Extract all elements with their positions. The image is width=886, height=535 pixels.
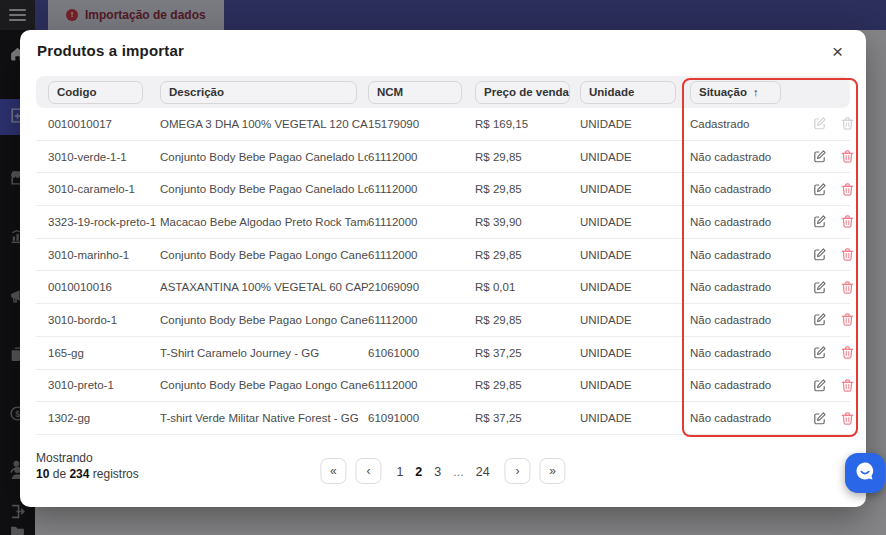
cell-descricao: T-Shirt Caramelo Journey - GG [160,347,368,359]
edit-icon[interactable] [812,247,827,262]
row-actions [812,214,861,229]
cell-situacao: Não cadastrado [690,379,812,391]
row-actions [812,182,861,197]
cell-ncm: 61112000 [368,314,475,326]
edit-icon[interactable] [812,116,827,131]
table-row: 0010010016 ASTAXANTINA 100% VEGETAL 60 C… [36,271,850,304]
table-row: 1302-gg T-shirt Verde Militar Native For… [36,402,850,435]
pagination-next-button[interactable]: › [505,458,531,484]
pagination-first-button[interactable]: « [320,458,346,484]
cell-descricao: Conjunto Body Bebe Pagao Longo Canelado … [160,249,368,261]
cell-ncm: 61061000 [368,347,475,359]
cell-unidade: UNIDADE [580,118,690,130]
column-header-ncm[interactable]: NCM [368,81,462,104]
cell-descricao: Macacao Bebe Algodao Preto Rock Tamanho: [160,216,368,228]
cell-descricao: Conjunto Body Bebe Pagao Longo Canelado … [160,379,368,391]
cell-descricao: Conjunto Body Bebe Pagao Canelado Longo … [160,183,368,195]
row-actions [812,378,861,393]
cell-situacao: Não cadastrado [690,216,812,228]
trash-icon[interactable] [840,149,855,164]
import-products-modal: Produtos a importar × Codigo Descrição N… [20,30,866,507]
edit-icon[interactable] [812,280,827,295]
cell-preco-venda: R$ 29,85 [475,249,580,261]
table-row: 3010-bordo-1 Conjunto Body Bebe Pagao Lo… [36,304,850,337]
column-header-unidade[interactable]: Unidade [580,81,676,104]
pagination: « ‹ 123...24 › » [320,458,565,484]
table-row: 165-gg T-Shirt Caramelo Journey - GG 610… [36,337,850,370]
edit-icon[interactable] [812,214,827,229]
row-actions [812,149,861,164]
column-header-situacao[interactable]: Situação↑ [690,81,781,104]
cell-situacao: Não cadastrado [690,281,812,293]
pagination-ellipsis: ... [447,465,469,479]
cell-codigo: 3010-preto-1 [48,379,160,391]
modal-footer: Mostrando 10 de 234 registros « ‹ 123...… [36,450,850,494]
cell-codigo: 3010-caramelo-1 [48,183,160,195]
table-row: 3010-verde-1-1 Conjunto Body Bebe Pagao … [36,141,850,174]
table-row: 3010-marinho-1 Conjunto Body Bebe Pagao … [36,239,850,272]
chat-bubble-icon [853,459,877,487]
cell-unidade: UNIDADE [580,216,690,228]
cell-descricao: Conjunto Body Bebe Pagao Longo Canelado … [160,314,368,326]
trash-icon[interactable] [840,116,855,131]
table-row: 3010-preto-1 Conjunto Body Bebe Pagao Lo… [36,370,850,403]
cell-descricao: ASTAXANTINA 100% VEGETAL 60 CAPSULAS 4 [160,281,368,293]
pagination-page-3[interactable]: 3 [428,465,447,479]
cell-preco-venda: R$ 29,85 [475,183,580,195]
cell-ncm: 61112000 [368,216,475,228]
row-actions [812,280,861,295]
column-header-codigo[interactable]: Codigo [48,81,143,104]
cell-codigo: 165-gg [48,347,160,359]
cell-unidade: UNIDADE [580,379,690,391]
pagination-pages: 123...24 [390,462,495,480]
table-row: 3323-19-rock-preto-1 Macacao Bebe Algoda… [36,206,850,239]
edit-icon[interactable] [812,312,827,327]
cell-unidade: UNIDADE [580,183,690,195]
cell-unidade: UNIDADE [580,314,690,326]
close-icon[interactable]: × [829,39,846,64]
edit-icon[interactable] [812,378,827,393]
cell-codigo: 1302-gg [48,412,160,424]
trash-icon[interactable] [840,345,855,360]
cell-preco-venda: R$ 37,25 [475,347,580,359]
edit-icon[interactable] [812,149,827,164]
cell-descricao: Conjunto Body Bebe Pagao Canelado Longo … [160,151,368,163]
row-actions [812,247,861,262]
table-header: Codigo Descrição NCM Preço de venda Unid… [36,76,850,108]
table-row: 3010-caramelo-1 Conjunto Body Bebe Pagao… [36,173,850,206]
cell-ncm: 61112000 [368,183,475,195]
cell-codigo: 3010-verde-1-1 [48,151,160,163]
row-actions [812,411,861,426]
pagination-prev-button[interactable]: ‹ [355,458,381,484]
trash-icon[interactable] [840,378,855,393]
pagination-page-24[interactable]: 24 [470,465,496,479]
trash-icon[interactable] [840,214,855,229]
edit-icon[interactable] [812,182,827,197]
column-header-preco[interactable]: Preço de venda [475,81,570,104]
trash-icon[interactable] [840,247,855,262]
pagination-page-2[interactable]: 2 [409,465,428,479]
cell-unidade: UNIDADE [580,281,690,293]
trash-icon[interactable] [840,411,855,426]
pagination-page-1[interactable]: 1 [390,465,409,479]
row-actions [812,312,861,327]
cell-preco-venda: R$ 37,25 [475,412,580,424]
cell-descricao: T-shirt Verde Militar Native Forest - GG [160,412,368,424]
cell-unidade: UNIDADE [580,151,690,163]
trash-icon[interactable] [840,312,855,327]
cell-codigo: 0010010017 [48,118,160,130]
cell-situacao: Cadastrado [690,118,812,130]
cell-situacao: Não cadastrado [690,249,812,261]
cell-ncm: 61091000 [368,412,475,424]
pagination-last-button[interactable]: » [540,458,566,484]
edit-icon[interactable] [812,411,827,426]
cell-codigo: 3323-19-rock-preto-1 [48,216,160,228]
trash-icon[interactable] [840,182,855,197]
edit-icon[interactable] [812,345,827,360]
trash-icon[interactable] [840,280,855,295]
cell-ncm: 61112000 [368,151,475,163]
cell-situacao: Não cadastrado [690,314,812,326]
column-header-descricao[interactable]: Descrição [160,81,357,104]
row-actions [812,345,861,360]
chat-launcher-button[interactable] [845,453,885,493]
